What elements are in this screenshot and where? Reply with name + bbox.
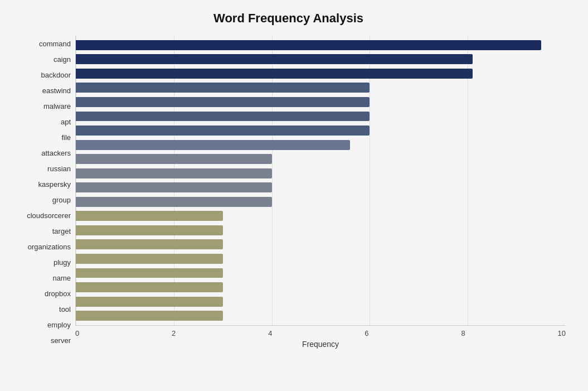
x-tick: 6: [365, 329, 368, 337]
bar: [76, 112, 370, 122]
bar-row: [76, 152, 566, 166]
x-tick: 2: [172, 329, 176, 337]
bar: [76, 168, 272, 178]
bar: [76, 154, 272, 164]
bar-row: [76, 295, 566, 309]
bar: [76, 125, 370, 136]
x-tick: 4: [268, 329, 272, 337]
bar: [76, 182, 272, 192]
bar: [76, 83, 370, 93]
y-label: cloudsorcerer: [11, 212, 71, 219]
bar: [76, 254, 223, 264]
bar-row: [76, 308, 566, 323]
bar: [76, 69, 473, 79]
bar: [76, 197, 272, 207]
bar-row: [76, 223, 566, 238]
bar: [76, 211, 223, 221]
bar-row: [76, 38, 566, 52]
y-labels: commandcaignbackdooreastwindmalwareaptfi…: [11, 36, 75, 349]
y-label: backdoor: [11, 71, 71, 79]
y-label: kaspersky: [11, 181, 71, 188]
x-tick: 0: [75, 329, 79, 337]
bar-row: [76, 109, 566, 124]
bar-row: [76, 81, 566, 95]
bar: [76, 239, 223, 249]
y-label: name: [11, 274, 71, 282]
y-label: server: [11, 337, 71, 344]
x-tick: 8: [461, 329, 465, 337]
bar-row: [76, 66, 566, 81]
bar-row: [76, 252, 566, 266]
bars-area: [75, 36, 566, 326]
bar-row: [76, 52, 566, 67]
chart-container: Word Frequency Analysis commandcaignback…: [0, 0, 588, 391]
x-axis-label: Frequency: [75, 340, 566, 349]
bar-row: [76, 95, 566, 109]
bar-row: [76, 123, 566, 138]
bar: [76, 297, 223, 307]
bar-row: [76, 138, 566, 152]
bar: [76, 282, 223, 292]
y-label: target: [11, 228, 71, 235]
y-label: apt: [11, 118, 71, 125]
chart-area: commandcaignbackdooreastwindmalwareaptfi…: [11, 36, 566, 349]
bar: [76, 97, 370, 107]
y-label: file: [11, 134, 71, 141]
bar: [76, 311, 223, 321]
bar: [76, 40, 541, 50]
y-label: command: [11, 40, 71, 47]
x-tick: 10: [557, 329, 565, 337]
bar-row: [76, 266, 566, 281]
y-label: group: [11, 196, 71, 204]
y-label: russian: [11, 165, 71, 172]
bar-row: [76, 166, 566, 181]
y-label: eastwind: [11, 87, 71, 94]
bar: [76, 268, 223, 278]
y-label: malware: [11, 103, 71, 110]
y-label: attackers: [11, 149, 71, 157]
bars-and-xaxis: 0246810 Frequency: [75, 36, 566, 349]
y-label: employ: [11, 321, 71, 329]
chart-title: Word Frequency Analysis: [11, 11, 566, 26]
bar-row: [76, 238, 566, 252]
y-label: tool: [11, 306, 71, 313]
y-label: plugy: [11, 259, 71, 266]
y-label: caign: [11, 56, 71, 63]
bar-row: [76, 209, 566, 224]
bar: [76, 225, 223, 235]
bar-row: [76, 195, 566, 209]
y-label: dropbox: [11, 290, 71, 297]
bar-row: [76, 180, 566, 195]
bars-inner: [76, 36, 566, 325]
bar: [76, 140, 350, 150]
bar-row: [76, 280, 566, 295]
x-axis: 0246810: [75, 326, 566, 337]
bar: [76, 54, 473, 64]
y-label: organizations: [11, 243, 71, 250]
